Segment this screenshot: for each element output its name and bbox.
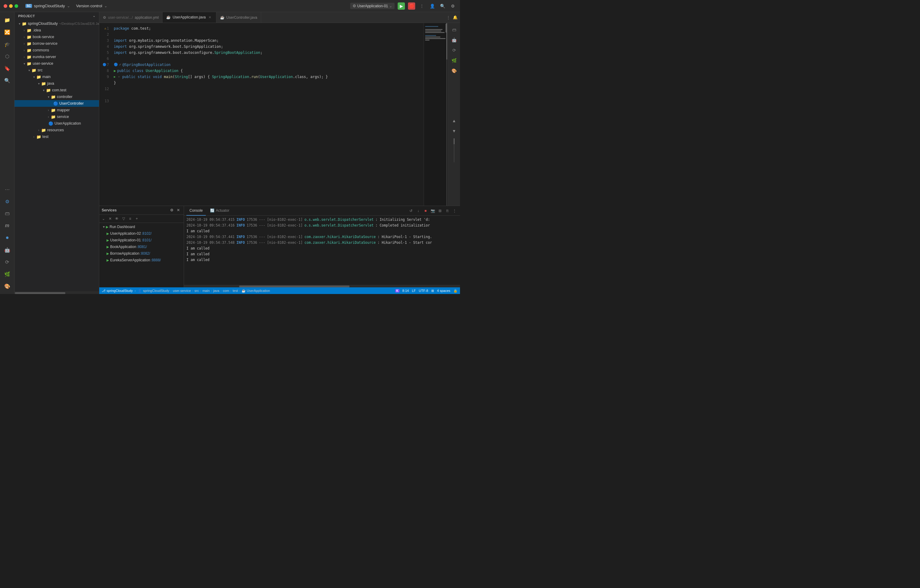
tab-actuator[interactable]: 🔄 Actuator [207, 206, 232, 216]
search-icon[interactable]: 🔍 [439, 2, 446, 10]
maximize-button[interactable] [15, 4, 18, 8]
sidebar-item-mapper[interactable]: › 📁 mapper [15, 107, 99, 113]
filter-icon[interactable]: ▽ [120, 216, 126, 222]
sidebar-scrollbar[interactable] [15, 292, 99, 294]
camera-icon[interactable]: 📷 [430, 208, 436, 214]
app-selector[interactable]: ⚙ UserApplication-01 ⌄ [350, 3, 395, 9]
database-icon[interactable]: 🗃 [2, 208, 13, 219]
user-icon[interactable]: 👤 [429, 2, 436, 10]
indent[interactable]: 4 spaces [437, 289, 450, 292]
sidebar-item-controller[interactable]: ▾ 📁 controller [15, 94, 99, 100]
readonly-icon[interactable]: 🔒 [454, 289, 458, 293]
bookmarks-icon[interactable]: 🎓 [2, 39, 13, 50]
service-user-app-02[interactable]: ▶ UserApplication-02 :8102/ [99, 230, 184, 237]
console-scrollbar[interactable] [184, 285, 460, 288]
settings-icon[interactable]: ⚙ [168, 207, 175, 213]
notification-icon[interactable]: 🔔 [453, 15, 458, 19]
sidebar-item-test[interactable]: › 📁 test [15, 133, 99, 140]
sidebar-item-service[interactable]: › 📁 service [15, 113, 99, 120]
external-icon[interactable]: ⎘ [444, 208, 450, 214]
close-service-icon[interactable]: ✕ [107, 216, 113, 222]
line-col[interactable]: 8:14 [403, 289, 409, 292]
history-icon[interactable]: ⟳ [450, 46, 458, 55]
code-content[interactable]: package com.test; import org.mybatis.spr… [111, 23, 424, 206]
scroll-up-icon[interactable]: ▲ [450, 116, 458, 125]
plugins-icon[interactable]: ⬡ [2, 51, 13, 62]
search-icon[interactable]: 🔍 [2, 75, 13, 86]
ai-icon[interactable]: 🤖 [2, 244, 13, 255]
scroll-down-icon[interactable]: ▼ [450, 127, 458, 135]
tab-user-application[interactable]: ☕ UserApplication.java ✕ [162, 12, 216, 23]
encoding[interactable]: UTF-8 [419, 289, 428, 292]
add-icon[interactable]: + [134, 216, 140, 222]
database-icon[interactable]: 🗃 [450, 26, 458, 34]
tab-close-button[interactable]: ✕ [207, 15, 212, 19]
service-book-app[interactable]: ▶ BookApplication :8081/ [99, 244, 184, 250]
minimize-button[interactable] [9, 4, 13, 8]
git-branch[interactable]: ⎇ springCloudStudy [102, 289, 133, 293]
port-link[interactable]: :8101/ [141, 238, 151, 242]
sidebar-item-eureka-server[interactable]: › 📁 eureka-server [15, 53, 99, 60]
sidebar-item-idea[interactable]: › 📁 .idea [15, 27, 99, 34]
port-link[interactable]: :8102/ [141, 231, 151, 236]
service-user-app-01[interactable]: ▶ UserApplication-01 :8101/ [99, 237, 184, 244]
port-link[interactable]: :8082/ [140, 251, 150, 255]
close-button[interactable] [4, 4, 7, 8]
profile-button[interactable]: ⋮ [418, 2, 426, 10]
paintbrush-icon[interactable]: 🎨 [450, 66, 458, 75]
more-icon[interactable]: ⋯ [2, 184, 13, 195]
services-title: Services [102, 208, 117, 212]
tab-console[interactable]: Console [186, 206, 206, 216]
run-services-icon[interactable]: ⚙ [2, 196, 13, 207]
paint-icon[interactable]: 🎨 [2, 281, 13, 292]
gradle-icon[interactable]: m [2, 220, 13, 231]
console-content[interactable]: 2024-10-19 09:54:37.415 INFO 17536 --- [… [184, 216, 460, 285]
tab-user-controller[interactable]: ☕ UserController.java [216, 12, 261, 23]
tree-root[interactable]: ▾ 📁 springCloudStudy ~/Desktop/CS/JavaEE… [15, 20, 99, 27]
line-ending[interactable]: LF [412, 289, 416, 292]
more-icon[interactable]: ⋮ [452, 208, 458, 214]
ai-assistant-icon[interactable]: 🤖 [450, 36, 458, 44]
run-gutter-button[interactable]: ▶ [114, 68, 116, 74]
service-borrow-app[interactable]: ▶ BorrowApplication :8082/ [99, 250, 184, 257]
leafcup-icon[interactable]: 🌿 [450, 56, 458, 65]
more-icon[interactable]: ⋮ [446, 15, 450, 19]
port-link[interactable]: :8888/ [151, 258, 161, 262]
collapse-icon[interactable]: ⌄ [100, 216, 107, 222]
tab-application-yml[interactable]: ⚙ user-service/.../ application.yml [99, 12, 162, 23]
sidebar-item-user-controller[interactable]: 🔵 UserController [15, 100, 99, 107]
eye-icon[interactable]: 👁 [114, 216, 120, 222]
sidebar-item-main[interactable]: ▾ 📁 main [15, 73, 99, 80]
list-icon[interactable]: ≡ [127, 216, 133, 222]
vcs-icon[interactable]: 🔀 [2, 27, 13, 37]
close-icon[interactable]: ✕ [175, 207, 181, 213]
folder-icon[interactable]: 📁 [2, 15, 13, 26]
sidebar-item-book-service[interactable]: › 📁 book-service [15, 34, 99, 40]
reload-icon[interactable]: ↺ [408, 208, 414, 214]
port-link[interactable]: :8081/ [137, 245, 147, 249]
stop-icon[interactable]: ■ [423, 208, 429, 214]
run-dashboard[interactable]: ▾ ▶ Run Dashboard [99, 223, 184, 230]
sidebar-item-user-application[interactable]: 🔵 UserApplication [15, 120, 99, 127]
run-gutter-button-2[interactable]: ▶ [114, 74, 116, 80]
project-label[interactable]: SC springCloudStudy ⌄ [26, 4, 70, 8]
service-eureka-app[interactable]: ▶ EurekaServerApplication :8888/ [99, 257, 184, 263]
sidebar-item-user-service[interactable]: ▾ 📁 user-service [15, 60, 99, 67]
debug-button[interactable]: 🛑 [408, 2, 415, 10]
grid-icon[interactable]: ⊞ [431, 289, 434, 293]
sidebar-item-src[interactable]: ▾ 📁 src [15, 67, 99, 73]
sidebar-item-commons[interactable]: › 📁 commons [15, 47, 99, 53]
leaf-icon[interactable]: 🌿 [2, 268, 13, 279]
run-button[interactable]: ▶ [398, 2, 405, 10]
bookmarks2-icon[interactable]: 🔖 [2, 63, 13, 74]
sidebar-item-resources[interactable]: › 📁 resources [15, 127, 99, 133]
version-control-label[interactable]: Version control ⌄ [76, 4, 107, 8]
sidebar-item-com-test[interactable]: ▾ 📁 com.test [15, 87, 99, 94]
split-icon[interactable]: ⊞ [437, 208, 443, 214]
sidebar-item-borrow-service[interactable]: › 📁 borrow-service [15, 40, 99, 47]
git-icon[interactable]: ⟳ [2, 257, 13, 267]
sidebar-item-java[interactable]: ▾ 📁 java [15, 80, 99, 87]
kotlin-icon-status[interactable]: K [395, 289, 399, 292]
settings-icon[interactable]: ⚙ [449, 2, 456, 10]
scroll-down-icon[interactable]: ↓ [415, 208, 421, 214]
